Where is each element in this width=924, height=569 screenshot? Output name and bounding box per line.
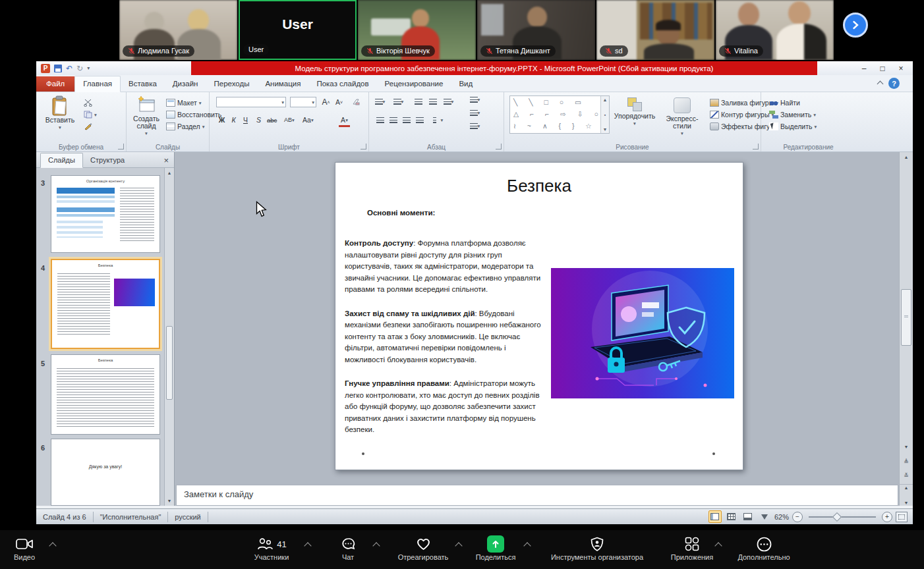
- apps-button[interactable]: Приложения: [664, 535, 720, 561]
- align-left-button[interactable]: [374, 115, 386, 125]
- chat-button[interactable]: Чат: [330, 535, 366, 561]
- participant-tile-sd[interactable]: sd: [596, 0, 714, 60]
- indent-decrease-button[interactable]: [413, 97, 424, 107]
- window-title-bar[interactable]: Модель структури програмного забезпеченн…: [191, 61, 817, 75]
- layout-button[interactable]: Макет ▾: [166, 97, 201, 108]
- columns-button[interactable]: ▾: [432, 115, 444, 125]
- tab-insert[interactable]: Вставка: [121, 76, 165, 92]
- bold-button[interactable]: Ж: [216, 115, 227, 125]
- tab-animation[interactable]: Анимация: [257, 76, 308, 92]
- react-button[interactable]: Отреагировать: [386, 535, 460, 561]
- panel-scroll-thumb[interactable]: [166, 326, 173, 400]
- participants-button[interactable]: 41 Участники: [244, 535, 299, 561]
- underline-button[interactable]: Ч: [240, 115, 251, 125]
- tab-slides-thumbnails[interactable]: Слайды: [40, 153, 83, 168]
- share-button[interactable]: Поделиться: [469, 535, 522, 561]
- close-panel-button[interactable]: ×: [163, 155, 169, 165]
- shapes-gallery-scroll[interactable]: ▲▪▼: [600, 96, 609, 133]
- slide-thumbnail-4-selected[interactable]: Безпека: [51, 259, 160, 349]
- vertical-scrollbar[interactable]: ▲ ▼ ≜ ≚: [899, 152, 913, 484]
- slide-thumbnail-5[interactable]: Безпека: [51, 354, 160, 435]
- scroll-up-button[interactable]: ▲: [900, 152, 913, 162]
- text-shadow-button[interactable]: S: [253, 115, 264, 125]
- cut-button[interactable]: [84, 97, 92, 108]
- font-dialog-launcher[interactable]: [361, 144, 366, 149]
- font-name-combo[interactable]: ▾: [216, 97, 286, 107]
- participant-tile-viktoriia[interactable]: Вікторія Шевчук: [358, 0, 476, 60]
- video-button[interactable]: Видео: [4, 535, 45, 561]
- panel-scroll-down[interactable]: ▼: [165, 496, 174, 506]
- next-participants-button[interactable]: [843, 13, 868, 38]
- quick-styles-button[interactable]: Экспресс-стили ▾: [657, 97, 707, 137]
- panel-scrollbar[interactable]: ▲ ▼: [164, 168, 174, 506]
- replace-button[interactable]: Заменить ▾: [769, 109, 816, 120]
- scroll-thumb[interactable]: [901, 289, 911, 346]
- align-center-button[interactable]: [388, 115, 399, 125]
- shrink-font-button[interactable]: А˅: [333, 97, 345, 107]
- zoom-slider-thumb[interactable]: [832, 512, 842, 521]
- video-options-chevron[interactable]: [49, 542, 56, 549]
- help-button[interactable]: ?: [888, 78, 900, 89]
- line-spacing-button[interactable]: ▾: [443, 97, 454, 107]
- tab-design[interactable]: Дизайн: [165, 76, 206, 92]
- reading-view-button[interactable]: [741, 510, 755, 523]
- participant-tile-vitalina[interactable]: Vitalina: [716, 0, 834, 60]
- language-indicator[interactable]: русский: [168, 512, 208, 522]
- text-direction-button[interactable]: ▾: [469, 95, 480, 105]
- participant-tile-tetiana[interactable]: Тетяна Дишкант: [477, 0, 595, 60]
- align-right-button[interactable]: [401, 115, 412, 125]
- numbering-button[interactable]: ▾: [393, 97, 404, 107]
- participant-tile-liudmyla[interactable]: Людмила Гусак: [119, 0, 237, 60]
- scroll-down-button[interactable]: ▼: [900, 442, 913, 452]
- change-case-button[interactable]: Аа▾: [302, 115, 314, 125]
- align-text-button[interactable]: ▾: [469, 108, 480, 118]
- clipboard-dialog-launcher[interactable]: [118, 144, 124, 149]
- notes-pane[interactable]: Заметки к слайду: [176, 485, 898, 506]
- drawing-dialog-launcher[interactable]: [753, 144, 759, 149]
- paste-button[interactable]: Вставить ▾: [43, 95, 77, 131]
- zoom-in-button[interactable]: +: [882, 512, 892, 522]
- more-button[interactable]: Дополнительно: [729, 535, 799, 561]
- normal-view-button[interactable]: [708, 510, 722, 523]
- host-tools-button[interactable]: Инструменты организатора: [531, 535, 663, 561]
- paragraph-dialog-launcher[interactable]: [496, 144, 502, 149]
- font-size-combo[interactable]: ▾: [290, 97, 316, 107]
- previous-slide-button[interactable]: ≜: [900, 456, 913, 466]
- chat-options-chevron[interactable]: [372, 542, 380, 549]
- arrange-button[interactable]: Упорядочить ▾: [615, 97, 654, 127]
- font-color-button[interactable]: А▾: [339, 115, 350, 127]
- tab-file[interactable]: Файл: [36, 76, 74, 92]
- zoom-slider[interactable]: [809, 516, 876, 518]
- zoom-level[interactable]: 62%: [774, 513, 789, 521]
- slide-thumbnail-3[interactable]: Організація контенту: [51, 175, 160, 253]
- format-painter-button[interactable]: [84, 121, 92, 132]
- copy-button[interactable]: ▾: [84, 109, 97, 120]
- notes-scrollbar[interactable]: ▲ ▼: [899, 485, 913, 506]
- tab-home[interactable]: Главная: [74, 76, 121, 92]
- tab-transitions[interactable]: Переходы: [206, 76, 257, 92]
- tab-slideshow[interactable]: Показ слайдов: [308, 76, 376, 92]
- save-button[interactable]: [54, 65, 62, 72]
- participant-tile-user-active[interactable]: User User: [239, 0, 357, 60]
- slide-thumbnail-6[interactable]: Дякую за увагу!: [51, 439, 160, 506]
- theme-name[interactable]: "Исполнительная": [94, 512, 169, 522]
- qat-customize-dropdown[interactable]: ▾: [87, 65, 90, 71]
- strikethrough-button[interactable]: abc: [266, 115, 277, 125]
- panel-scroll-up[interactable]: ▲: [165, 168, 174, 178]
- grow-font-button[interactable]: А˄: [320, 97, 332, 107]
- undo-button[interactable]: ↶: [66, 65, 72, 72]
- share-options-chevron[interactable]: [523, 542, 531, 549]
- tab-review[interactable]: Рецензирование: [377, 76, 451, 92]
- next-slide-button[interactable]: ≚: [900, 470, 913, 480]
- restore-button[interactable]: □: [873, 63, 892, 74]
- select-button[interactable]: Выделить ▾: [769, 121, 817, 132]
- tab-view[interactable]: Вид: [451, 76, 480, 92]
- indent-increase-button[interactable]: [427, 97, 438, 107]
- new-slide-button[interactable]: Создать слайд ▾: [129, 95, 163, 137]
- clear-formatting-button[interactable]: [351, 97, 362, 107]
- close-button[interactable]: ×: [892, 63, 910, 74]
- redo-button[interactable]: ↻: [76, 65, 83, 72]
- section-button[interactable]: Раздел ▾: [166, 121, 204, 132]
- minimize-button[interactable]: –: [855, 63, 873, 74]
- participants-options-chevron[interactable]: [304, 542, 311, 549]
